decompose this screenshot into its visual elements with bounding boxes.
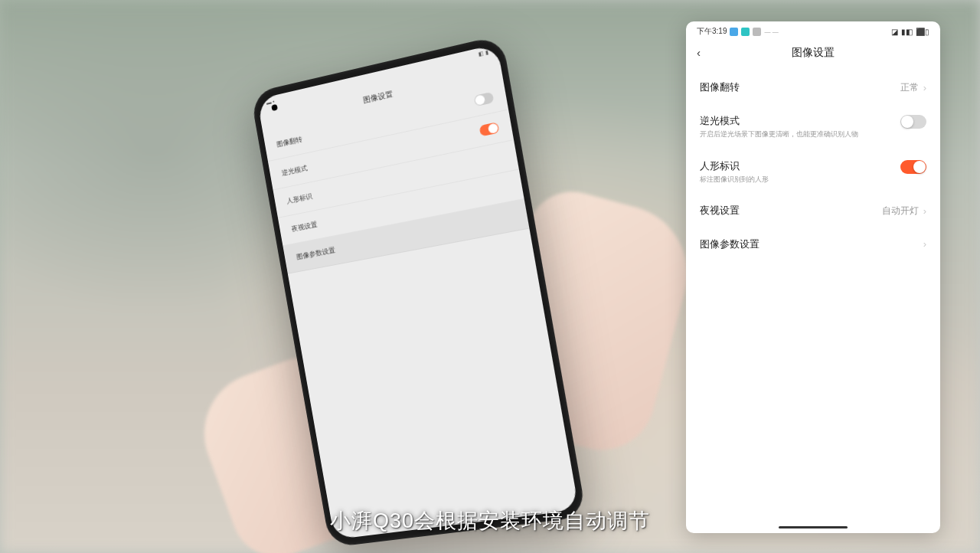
row-night-vision[interactable]: 夜视设置 自动开灯 › [686, 194, 940, 227]
status-bar: 下午3:19 — — ◪ ▮◧ ⬛▯ [686, 21, 940, 38]
row-backlight-mode[interactable]: 逆光模式 开启后逆光场景下图像更清晰，也能更准确识别人物 [686, 104, 940, 149]
battery-icon: ⬛▯ [916, 28, 929, 36]
row-label: 图像翻转 [700, 80, 900, 94]
human-toggle[interactable] [900, 160, 926, 174]
status-time: 下午3:19 [697, 26, 727, 37]
chevron-right-icon: › [923, 82, 926, 93]
row-human-detection[interactable]: 人形标识 标注图像识别到的人形 [686, 149, 940, 195]
row-label: 人形标识 [700, 159, 900, 173]
signal-icon: ◪ [891, 28, 898, 36]
status-app-icon [730, 28, 738, 36]
settings-list: 图像翻转 正常 › 逆光模式 开启后逆光场景下图像更清晰，也能更准确识别人物 人… [686, 70, 940, 526]
subtitle-caption: 小湃Q30会根据安装环境自动调节 [330, 507, 650, 535]
row-label: 夜视设置 [700, 204, 882, 218]
backlight-toggle[interactable] [900, 115, 926, 129]
back-button[interactable]: ‹ [697, 46, 701, 59]
row-desc: 标注图像识别到的人形 [700, 175, 900, 185]
chevron-right-icon: › [923, 205, 926, 217]
row-image-rotation[interactable]: 图像翻转 正常 › [686, 70, 940, 104]
status-app-icon [753, 28, 761, 36]
row-value: 自动开灯 [882, 205, 919, 218]
page-header: ‹ 图像设置 [686, 38, 940, 70]
settings-panel: 下午3:19 — — ◪ ▮◧ ⬛▯ ‹ 图像设置 图像翻转 正常 › 逆光模式… [686, 21, 940, 533]
row-image-params[interactable]: 图像参数设置 › [686, 227, 940, 261]
page-title: 图像设置 [792, 46, 835, 60]
row-label: 图像参数设置 [700, 237, 923, 251]
chevron-right-icon: › [923, 238, 926, 250]
row-label: 逆光模式 [700, 114, 900, 128]
row-desc: 开启后逆光场景下图像更清晰，也能更准确识别人物 [700, 130, 900, 139]
row-value: 正常 [900, 81, 919, 94]
wifi-icon: ▮◧ [901, 28, 913, 36]
status-app-icon [741, 28, 750, 36]
home-indicator[interactable] [779, 526, 848, 528]
